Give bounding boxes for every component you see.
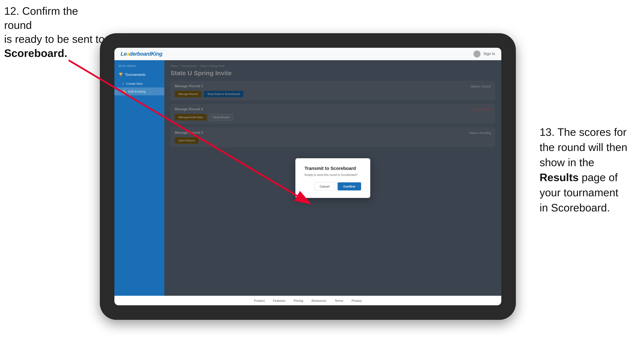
sidebar-edit-label: Edit Existing — [128, 90, 146, 93]
plus-icon: + — [122, 82, 124, 85]
sidebar-item-edit-existing[interactable]: ✏️ Edit Existing — [114, 87, 164, 95]
logo: LeaderboardKing — [121, 51, 162, 57]
content-area: Home / Tournaments / State U Spring Invi… — [164, 60, 501, 296]
sign-in-label[interactable]: Sign In — [484, 52, 495, 56]
top-nav: LeaderboardKing Sign In — [114, 48, 501, 60]
tablet-device: LeaderboardKing Sign In MAIN MENU 🏆 Tour… — [100, 33, 516, 320]
transmit-modal: Transmit to Scoreboard Ready to send thi… — [295, 158, 370, 198]
trophy-icon: 🏆 — [118, 72, 123, 77]
footer-product[interactable]: Product — [254, 299, 265, 302]
main-layout: MAIN MENU 🏆 Tournaments + Create New ✏️ … — [114, 60, 501, 296]
sidebar-item-create-new[interactable]: + Create New — [114, 80, 164, 87]
footer-privacy[interactable]: Privacy — [352, 299, 362, 302]
nav-right: Sign In — [474, 50, 495, 57]
footer-resources[interactable]: Resources — [312, 299, 326, 302]
avatar — [474, 50, 480, 57]
footer-features[interactable]: Features — [273, 299, 285, 302]
tablet-screen: LeaderboardKing Sign In MAIN MENU 🏆 Tour… — [114, 48, 501, 305]
modal-subtitle: Ready to send this round to Scoreboard? — [304, 173, 361, 176]
annotation-line2: is ready to be sent to — [4, 33, 105, 45]
annotation-line3: Scoreboard. — [4, 47, 67, 59]
footer: Product Features Pricing Resources Terms… — [114, 296, 501, 305]
modal-buttons: Cancel Confirm — [304, 182, 361, 190]
confirm-button[interactable]: Confirm — [338, 182, 361, 190]
annotation-right-text: 13. The scores for the round will then s… — [540, 126, 627, 214]
modal-overlay[interactable]: Transmit to Scoreboard Ready to send thi… — [164, 60, 501, 296]
footer-pricing[interactable]: Pricing — [294, 299, 303, 302]
sidebar-create-label: Create New — [126, 82, 143, 85]
cancel-button[interactable]: Cancel — [314, 182, 335, 190]
sidebar-item-tournaments[interactable]: 🏆 Tournaments — [114, 70, 164, 80]
sidebar-menu-label: MAIN MENU — [114, 64, 164, 70]
sidebar: MAIN MENU 🏆 Tournaments + Create New ✏️ … — [114, 60, 164, 296]
footer-terms[interactable]: Terms — [335, 299, 343, 302]
annotation-top: 12. Confirm the round is ready to be sen… — [4, 4, 108, 60]
sidebar-tournaments-label: Tournaments — [125, 73, 146, 77]
annotation-bold: Results — [540, 171, 579, 183]
annotation-line1: 12. Confirm the round — [4, 5, 78, 31]
annotation-right: 13. The scores for the round will then s… — [540, 125, 627, 215]
edit-icon: ✏️ — [122, 90, 126, 93]
modal-title: Transmit to Scoreboard — [304, 166, 361, 171]
